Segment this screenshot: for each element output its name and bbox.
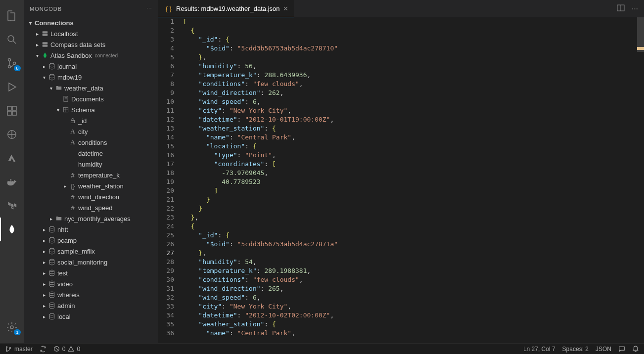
tree-item[interactable]: ▸{}weather_station [24,180,158,191]
azure-icon[interactable] [0,146,24,170]
tree-item[interactable]: ▸nhtt [24,224,158,235]
tree-item[interactable]: datetime [24,148,158,159]
chevron-icon: ▸ [47,216,54,221]
svg-rect-8 [12,111,16,115]
svg-point-38 [9,347,10,348]
tree-item[interactable]: ▸admin [24,300,158,311]
source-control-icon[interactable]: 8 [0,51,24,75]
tree-item[interactable]: ▾Atlas Sandboxconnected [24,50,158,61]
tree-item[interactable]: ▸journal [24,61,158,72]
item-label: sample_mflix [57,248,95,255]
ruler-mark [637,47,644,50]
tree-item[interactable]: ▸local [24,311,158,322]
chevron-icon: ▸ [41,292,47,298]
tree-item[interactable]: ▸Compass data sets [24,39,158,50]
notifications-icon[interactable] [632,346,639,353]
git-branch[interactable]: master [5,346,33,353]
tree-item[interactable]: ▸nyc_monthly_averages [24,213,158,224]
item-label: whereis [57,291,80,299]
more-actions-icon[interactable]: ⋯ [632,5,638,12]
item-icon: {} [68,182,77,190]
svg-point-32 [49,303,54,305]
item-label: temperature_k [78,172,120,179]
item-label: nyc_monthly_averages [64,215,131,222]
more-icon[interactable]: ⋯ [146,5,152,12]
chevron-icon: ▸ [41,260,47,265]
language-mode[interactable]: JSON [596,346,611,353]
extensions-icon[interactable] [0,99,24,123]
line-gutter: 1234567891011121314151617181920212223242… [158,17,181,343]
svg-rect-12 [43,31,48,33]
json-icon: { } [164,5,173,12]
tab-results[interactable]: { } Results: mdbw19.weather_data.json ✕ [158,0,294,17]
item-label: Localhost [50,30,78,38]
tree-item[interactable]: ▸test [24,267,158,278]
tree-item[interactable]: #wind_speed [24,202,158,213]
settings-icon[interactable]: 1 [0,315,24,339]
tree-item[interactable]: #wind_direction [24,191,158,202]
explorer-icon[interactable] [0,4,24,28]
tree-item[interactable]: ▾weather_data [24,83,158,93]
tree-item[interactable]: Acity [24,126,158,137]
tree-item[interactable]: ▸sample_mflix [24,246,158,257]
item-icon [47,291,56,298]
chevron-icon: ▸ [34,31,41,37]
item-icon [47,226,56,233]
svg-rect-6 [7,106,11,110]
connections-section[interactable]: ▾ Connections [24,17,158,28]
terraform-icon[interactable] [0,194,24,218]
github-icon[interactable] [0,123,24,146]
tree-item[interactable]: _id [24,115,158,126]
item-icon [47,313,56,320]
mongodb-icon[interactable] [0,218,24,241]
split-editor-icon[interactable] [617,4,625,13]
code-editor[interactable]: 1234567891011121314151617181920212223242… [158,17,644,343]
item-label: humidity [78,161,102,168]
docker-icon[interactable] [0,170,24,194]
item-label: city [78,128,88,135]
item-label: Atlas Sandbox [50,52,92,59]
tree-item[interactable]: ▸video [24,278,158,289]
svg-rect-7 [7,111,11,115]
item-icon [68,118,77,124]
feedback-icon[interactable] [618,346,625,353]
tree-item[interactable]: ▸whereis [24,289,158,300]
editor-area: { } Results: mdbw19.weather_data.json ✕ … [158,0,644,343]
svg-marker-5 [9,83,16,91]
item-label: journal [57,63,77,70]
cursor-position[interactable]: Ln 27, Col 7 [523,346,555,353]
tree-item[interactable]: ▸social_monitoring [24,257,158,267]
svg-rect-9 [12,106,16,110]
debug-icon[interactable] [0,75,24,99]
svg-point-3 [8,66,11,68]
tree-item[interactable]: ▸Localhost [24,28,158,39]
close-icon[interactable]: ✕ [283,5,288,12]
code-lines[interactable]: [ { "_id": { "$oid": "5cdd3b56753ab5d4ac… [181,17,644,343]
overview-ruler[interactable] [637,17,644,343]
chevron-icon: ▸ [41,238,47,243]
tree-item[interactable]: Aconditions [24,137,158,148]
tree-item[interactable]: ▸pcamp [24,235,158,246]
sync-icon[interactable] [40,346,46,353]
tree-item[interactable]: humidity [24,159,158,170]
chevron-icon: ▸ [34,42,41,47]
svg-point-28 [49,259,54,261]
item-label: Documents [71,95,104,103]
tree-item[interactable]: #temperature_k [24,170,158,180]
item-label: datetime [78,150,103,157]
problems[interactable]: 0 0 [53,346,80,353]
svg-point-11 [10,326,13,329]
tree-item[interactable]: ▾Schema [24,104,158,115]
item-icon [47,280,56,287]
svg-point-25 [49,226,54,228]
svg-point-2 [8,59,11,61]
tree-item[interactable]: ▾mdbw19 [24,72,158,83]
search-icon[interactable] [0,28,24,51]
tree-item[interactable]: Documents [24,93,158,104]
item-icon [54,85,63,91]
indentation[interactable]: Spaces: 2 [562,346,589,353]
svg-point-27 [49,248,54,250]
item-icon [54,215,63,222]
item-icon [47,302,56,309]
item-icon: A [68,138,77,146]
